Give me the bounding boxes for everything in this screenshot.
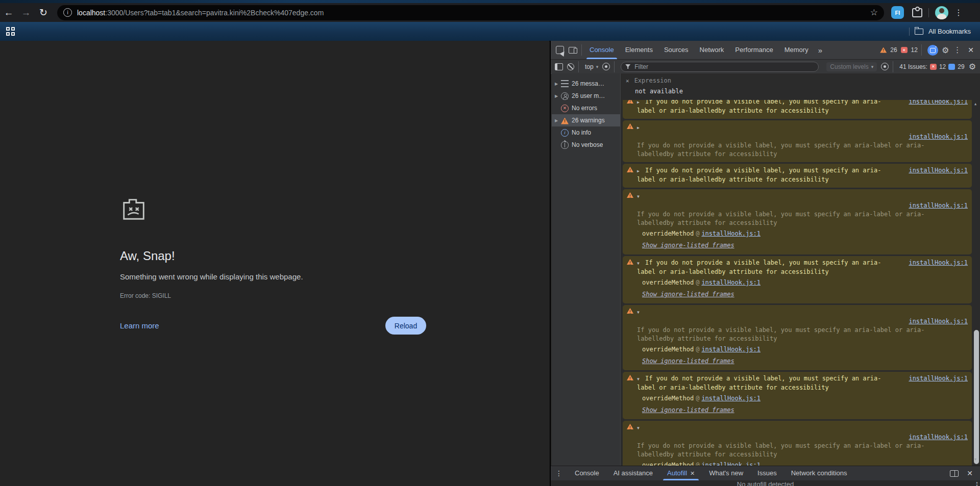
drawer-tab[interactable]: AI assistance ✕ [606,466,660,480]
live-expression-widget[interactable]: ✕ Expression not available [621,73,980,100]
close-icon[interactable]: ✕ [690,466,695,480]
expand-arrow-icon[interactable]: ▶▼ [637,100,640,105]
close-icon[interactable]: ✕ [626,78,629,84]
console-scrollbar[interactable]: ▲ ▼ [973,98,979,463]
console-filter-item[interactable]: ▶ 26 warnings [552,114,620,126]
console-warning-message[interactable]: ! installHook.js:1 ▶▼ If you do not prov… [623,100,972,119]
scroll-down-icon[interactable]: ▼ [975,484,978,486]
console-warning-message[interactable]: ! installHook.js:1 ▶▼ If you do not prov… [623,372,972,419]
scroll-down-icon[interactable]: ▼ [974,457,976,462]
live-expression-icon[interactable] [602,63,610,70]
drawer-layout-icon[interactable] [950,470,959,477]
forward-button[interactable]: → [17,7,35,18]
reload-button[interactable]: ↻ [35,7,52,18]
issues-counter[interactable]: 41 Issues: ✕ 12 29 [899,63,964,70]
devtools-tab[interactable]: Performance [729,41,778,59]
show-ignore-listed-frames-link[interactable]: Show ignore-listed frames [642,357,734,365]
drawer-tab[interactable]: Autofill ✕ [660,466,702,480]
apps-grid-icon[interactable] [6,27,15,36]
console-filter-item[interactable]: ▶ 26 messa… [552,78,620,90]
source-link[interactable]: installHook.js:1 [909,100,968,106]
errors-badge-icon[interactable]: ✕ [901,47,908,53]
device-toolbar-icon[interactable] [569,47,576,54]
browser-menu-icon[interactable]: ⋮ [954,8,963,17]
filter-input[interactable] [633,63,814,71]
console-warning-message[interactable]: ! installHook.js:1 ▶▼ If you do not prov… [623,421,972,466]
all-bookmarks-button[interactable]: All Bookmarks [928,28,971,35]
stack-source-link[interactable]: installHook.js:1 [701,279,761,286]
console-warning-message[interactable]: ! installHook.js:1 ▶▼ If you do not prov… [623,164,972,188]
drawer-tab[interactable]: Issues ✕ [750,466,784,480]
console-filter-item[interactable]: ▶ No info [552,126,620,139]
stack-frame-row: overrideMethod@installHook.js:1 [642,229,968,238]
source-link[interactable]: installHook.js:1 [909,259,968,267]
expand-arrow-icon[interactable]: ▶ [555,118,560,123]
devtools-tab[interactable]: Network [694,41,730,59]
settings-gear-icon[interactable]: ⚙ [942,45,949,55]
expand-arrow-icon[interactable]: ▶▼ [637,194,640,199]
expand-arrow-icon[interactable]: ▶▼ [637,310,640,315]
log-levels-dropdown[interactable]: Custom levels ▾ [826,62,877,71]
console-warning-message[interactable]: ! installHook.js:1 ▶▼ If you do not prov… [623,189,972,254]
devtools-close-icon[interactable]: ✕ [966,46,976,54]
show-ignore-listed-frames-link[interactable]: Show ignore-listed frames [642,242,734,249]
console-warning-message[interactable]: ! installHook.js:1 ▶▼ If you do not prov… [623,120,972,162]
source-link[interactable]: installHook.js:1 [909,166,968,175]
warnings-badge-icon[interactable]: ! [880,47,887,53]
console-filter-item[interactable]: ▶ No verbose [552,139,620,151]
source-link[interactable]: installHook.js:1 [909,318,968,325]
clear-console-icon[interactable] [567,63,574,70]
expand-arrow-icon[interactable]: ▶▼ [637,426,640,430]
source-link[interactable]: installHook.js:1 [909,433,968,441]
expand-arrow-icon[interactable]: ▶▼ [637,377,640,381]
address-bar[interactable]: i localhost:3000/Users?tab=tab1&search=p… [57,5,884,20]
expand-arrow-icon[interactable]: ▶▼ [637,125,640,130]
inspect-element-icon[interactable] [556,46,564,54]
console-warning-message[interactable]: ! installHook.js:1 ▶▼ If you do not prov… [623,256,972,303]
issues-label: 41 Issues: [899,63,927,70]
scrollbar-thumb[interactable] [974,330,979,464]
site-info-icon[interactable]: i [63,8,72,17]
expand-arrow-icon[interactable]: ▶ [555,82,560,86]
stack-source-link[interactable]: installHook.js:1 [701,462,761,466]
scroll-up-icon[interactable]: ▲ [974,102,976,106]
url-text[interactable]: localhost:3000/Users?tab=tab1&search=pav… [77,9,866,17]
drawer-close-icon[interactable]: ✕ [965,469,975,477]
profile-avatar[interactable] [935,6,948,19]
drawer-tab[interactable]: Console ✕ [568,466,606,480]
devtools-tab[interactable]: Console [584,41,620,59]
drawer-menu-icon[interactable]: ⋮ [551,469,568,477]
info-icon[interactable] [881,63,889,70]
devtools-tab[interactable]: Sources [658,41,694,59]
devtools-tab[interactable]: Elements [620,41,658,59]
bookmark-star-icon[interactable]: ☆ [870,7,878,18]
console-settings-icon[interactable]: ⚙ [969,62,976,71]
expand-arrow-icon[interactable]: ▶ [555,94,560,98]
extension-fi-icon[interactable]: FI [891,6,904,19]
learn-more-link[interactable]: Learn more [120,321,159,330]
drawer-tab[interactable]: What's new ✕ [702,466,750,480]
devtools-menu-icon[interactable]: ⋮ [952,45,962,55]
console-sidebar-toggle-icon[interactable] [555,63,563,70]
console-warning-message[interactable]: ! installHook.js:1 ▶▼ If you do not prov… [623,305,972,370]
drawer-tab[interactable]: Network conditions ✕ [784,466,854,480]
devtools-ai-icon[interactable] [927,45,938,56]
show-ignore-listed-frames-link[interactable]: Show ignore-listed frames [642,406,734,414]
stack-source-link[interactable]: installHook.js:1 [701,346,761,353]
extensions-puzzle-icon[interactable] [912,8,922,17]
devtools-tab[interactable]: Memory [779,41,814,59]
source-link[interactable]: installHook.js:1 [909,133,968,140]
expand-arrow-icon[interactable]: ▶▼ [637,169,640,173]
expand-arrow-icon[interactable]: ▶▼ [637,261,640,266]
source-link[interactable]: installHook.js:1 [909,374,968,383]
back-button[interactable]: ← [0,7,17,18]
stack-source-link[interactable]: installHook.js:1 [701,230,761,237]
console-filter-item[interactable]: ▶ No errors [552,102,620,114]
source-link[interactable]: installHook.js:1 [909,202,968,209]
show-ignore-listed-frames-link[interactable]: Show ignore-listed frames [642,291,734,298]
console-filter-item[interactable]: ▶ 26 user m… [552,90,620,102]
more-tabs-icon[interactable]: » [814,46,826,55]
reload-page-button[interactable]: Reload [385,317,426,335]
context-selector[interactable]: top ▾ [585,63,598,70]
stack-source-link[interactable]: installHook.js:1 [701,395,761,402]
